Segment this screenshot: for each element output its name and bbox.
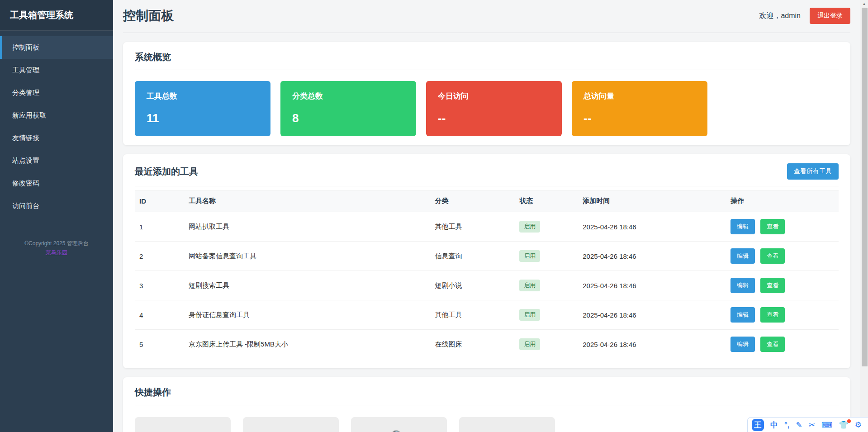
quick-actions-title: 快捷操作 [135, 386, 171, 399]
punctuation-mode-icon[interactable]: °, [784, 421, 790, 429]
edit-button[interactable]: 编辑 [730, 307, 755, 323]
folder-icon: 📂 [281, 430, 300, 432]
view-button[interactable]: 查看 [760, 219, 785, 234]
chinese-mode-icon[interactable]: 中 [770, 421, 778, 429]
logout-button[interactable]: 退出登录 [810, 8, 850, 24]
sidebar-item-visit-frontend[interactable]: 访问前台 [0, 195, 113, 217]
recent-tools-head: 最近添加的工具 查看所有工具 [135, 163, 839, 186]
view-button[interactable]: 查看 [760, 278, 785, 293]
sidebar-item-new-apps[interactable]: 新应用获取 [0, 104, 113, 127]
stat-value: -- [438, 111, 550, 125]
cell-name: 身份证信息查询工具 [184, 300, 431, 330]
recent-tools-title: 最近添加的工具 [135, 166, 198, 178]
table-row: 1 网站扒取工具 其他工具 启用 2025-04-26 18:46 编辑 查看 [135, 212, 839, 242]
sidebar-item-categories[interactable]: 分类管理 [0, 81, 113, 104]
stat-label: 总访问量 [583, 91, 696, 101]
cell-category: 其他工具 [431, 300, 515, 330]
edit-button[interactable]: 编辑 [730, 219, 755, 234]
quick-actions-card: 快捷操作 ✚ 📂 🔍 ⚙ [123, 377, 850, 432]
stat-value: 11 [147, 111, 259, 125]
status-badge: 启用 [519, 338, 540, 350]
view-button[interactable]: 查看 [760, 248, 785, 264]
cell-actions: 编辑 查看 [726, 212, 839, 242]
status-badge: 启用 [519, 221, 540, 233]
cell-actions: 编辑 查看 [726, 300, 839, 330]
col-header-id: ID [135, 190, 184, 212]
cell-id: 1 [135, 212, 184, 242]
copyright-link[interactable]: 菜鸟乐园 [46, 249, 67, 256]
cell-category: 在线图床 [431, 330, 515, 359]
col-header-category: 分类 [431, 190, 515, 212]
quick-tile-search[interactable]: 🔍 [351, 417, 447, 432]
pencil-icon[interactable]: ✎ [796, 421, 802, 429]
view-button[interactable]: 查看 [760, 307, 785, 323]
cell-time: 2025-04-26 18:46 [578, 242, 726, 271]
sidebar-item-tools[interactable]: 工具管理 [0, 59, 113, 81]
cell-actions: 编辑 查看 [726, 271, 839, 300]
stat-card-total-categories: 分类总数 8 [280, 81, 416, 136]
scrollbar-up-arrow-icon[interactable]: ▲ [860, 0, 868, 8]
search-icon: 🔍 [389, 430, 408, 432]
recent-tools-card: 最近添加的工具 查看所有工具 ID 工具名称 分类 状态 添加时间 操作 [123, 154, 850, 368]
cell-id: 2 [135, 242, 184, 271]
stat-label: 今日访问 [438, 91, 550, 101]
sidebar-item-site-settings[interactable]: 站点设置 [0, 149, 113, 172]
ime-logo-icon[interactable]: 王 [752, 419, 764, 431]
stat-value: 8 [292, 111, 404, 125]
sidebar: 工具箱管理系统 控制面板 工具管理 分类管理 新应用获取 友情链接 站点设置 修… [0, 0, 113, 432]
cell-name: 短剧搜索工具 [184, 271, 431, 300]
overview-card: 系统概览 工具总数 11 分类总数 8 今日访问 -- 总访问量 -- [123, 42, 850, 145]
quick-tile-add-tool[interactable]: ✚ [135, 417, 231, 432]
table-row: 3 短剧搜索工具 短剧小说 启用 2025-04-26 18:46 编辑 查看 [135, 271, 839, 300]
cell-status: 启用 [515, 242, 578, 271]
view-all-tools-button[interactable]: 查看所有工具 [787, 163, 839, 180]
stat-label: 分类总数 [292, 91, 404, 101]
sidebar-item-change-password[interactable]: 修改密码 [0, 172, 113, 195]
scrollbar-thumb[interactable] [862, 8, 868, 366]
header-right: 欢迎，admin 退出登录 [759, 8, 850, 24]
cell-status: 启用 [515, 271, 578, 300]
stats-row: 工具总数 11 分类总数 8 今日访问 -- 总访问量 -- [135, 81, 839, 136]
col-header-actions: 操作 [726, 190, 839, 212]
stat-card-total-tools: 工具总数 11 [135, 81, 270, 136]
sidebar-footer: ©Copyright 2025 管理后台 菜鸟乐园 [0, 239, 113, 257]
edit-button[interactable]: 编辑 [730, 248, 755, 264]
ime-toolbar: 王 中 °, ✎ ✂ ⌨ 👕 ⚙ [747, 417, 868, 432]
ime-gear-icon[interactable]: ⚙ [855, 421, 862, 429]
sidebar-item-dashboard[interactable]: 控制面板 [0, 36, 113, 59]
cell-category: 信息查询 [431, 242, 515, 271]
stat-label: 工具总数 [147, 91, 259, 101]
quick-tile-settings[interactable]: ⚙ [459, 417, 555, 432]
table-row: 5 京东图床上传工具 -限制5MB大小 在线图床 启用 2025-04-26 1… [135, 330, 839, 359]
stat-value: -- [583, 111, 696, 125]
keyboard-icon[interactable]: ⌨ [821, 421, 833, 429]
view-button[interactable]: 查看 [760, 337, 785, 352]
status-badge: 启用 [519, 280, 540, 291]
tshirt-skin-icon[interactable]: 👕 [839, 421, 849, 429]
status-badge: 启用 [519, 309, 540, 321]
cell-id: 4 [135, 300, 184, 330]
cell-time: 2025-04-26 18:46 [578, 300, 726, 330]
stat-card-total-visits: 总访问量 -- [572, 81, 707, 136]
table-header-row: ID 工具名称 分类 状态 添加时间 操作 [135, 190, 839, 212]
stat-card-today-visits: 今日访问 -- [426, 81, 562, 136]
cell-time: 2025-04-26 18:46 [578, 330, 726, 359]
quick-actions-head: 快捷操作 [135, 386, 839, 405]
cell-time: 2025-04-26 18:46 [578, 212, 726, 242]
page-title: 控制面板 [123, 7, 174, 24]
main-content: 控制面板 欢迎，admin 退出登录 系统概览 工具总数 11 分类总数 8 [113, 0, 860, 432]
cell-category: 其他工具 [431, 212, 515, 242]
overview-card-head: 系统概览 [135, 51, 839, 70]
edit-button[interactable]: 编辑 [730, 278, 755, 293]
app-title: 工具箱管理系统 [0, 0, 113, 31]
vertical-scrollbar[interactable]: ▲ [860, 0, 868, 432]
copyright-text: ©Copyright 2025 管理后台 [0, 239, 113, 248]
col-header-name: 工具名称 [184, 190, 431, 212]
cell-time: 2025-04-26 18:46 [578, 271, 726, 300]
plus-icon: ✚ [176, 430, 190, 432]
main-header: 控制面板 欢迎，admin 退出登录 [113, 0, 860, 33]
scissors-icon[interactable]: ✂ [809, 421, 815, 429]
sidebar-item-friend-links[interactable]: 友情链接 [0, 127, 113, 149]
quick-tile-categories[interactable]: 📂 [243, 417, 339, 432]
edit-button[interactable]: 编辑 [730, 337, 755, 352]
